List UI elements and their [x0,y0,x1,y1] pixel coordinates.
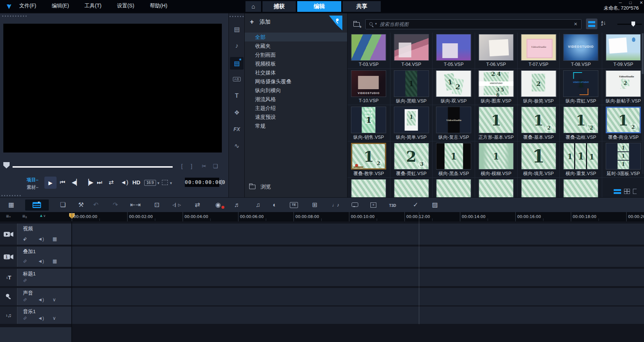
track-chevron-icon[interactable]: ∨ [52,297,56,302]
hd-toggle[interactable]: HD [132,179,140,186]
auto-music-icon[interactable]: ♫ [253,201,263,209]
library-item[interactable]: 12覆叠-基本.VSP [517,105,560,141]
category-item-10[interactable]: 常规 [245,121,348,130]
search-scope-caret-icon[interactable]: ▼ [374,22,377,26]
split-scissors-icon[interactable]: ✂ [202,163,207,170]
item-thumbnail[interactable]: 1 [394,107,429,133]
tab-edit[interactable]: 编辑 [297,1,341,12]
record-capture-option-icon[interactable]: ◉ [213,201,223,209]
item-thumbnail[interactable]: 2 [521,70,556,97]
clipped-view-icon[interactable] [633,189,637,194]
region-behavior-icon[interactable]: ⊡ [152,201,162,209]
category-item-1[interactable]: 收藏夹 [245,41,348,50]
item-thumbnail[interactable]: 1 [478,143,513,170]
library-item[interactable]: 2 43 5 6VIDEOSTUDIO纵向-图库.VSP [475,69,517,105]
track-header-2[interactable]: 1T标题1∞ [0,269,71,286]
library-item[interactable]: 23覆叠-霓虹.VSP [390,141,433,177]
track-header-3[interactable]: 声音∞◄)∨ [0,288,71,305]
category-item-5[interactable]: 网络摄像头覆叠 [245,77,348,86]
item-thumbnail[interactable] [394,34,429,61]
item-thumbnail[interactable]: 111 [563,143,599,170]
library-item[interactable]: 1横向-填充.VSP [517,141,560,177]
transition-library-icon[interactable]: AB [229,74,245,85]
library-item[interactable]: 1纵向-黑暗.VSP [390,69,433,105]
motion-tracking-icon[interactable]: + [368,201,379,209]
library-item[interactable]: 1VIDEO STUDIO纵向-霓虹.VSP [559,69,602,105]
chroma-mosaic-icon[interactable]: ▨ [430,201,440,209]
library-item[interactable] [559,178,602,197]
media-library-icon[interactable]: ▤ [229,24,245,35]
library-item[interactable]: 12VideoStudio纵向-新帖子.VSP [602,69,644,105]
template-library-icon[interactable]: ▤★ [230,57,244,70]
track-header-1[interactable]: 1叠加1∞◄)▦ [0,247,71,267]
audio-library-icon[interactable]: ♪ [229,40,245,51]
library-item[interactable]: T-04.VSP [390,33,433,68]
minimize-button[interactable]: ─ [619,1,622,5]
item-thumbnail[interactable]: VideoStudio [521,34,556,61]
library-item[interactable]: 1横向-模糊.VSP [475,141,517,177]
timeline-view-button[interactable] [25,200,49,211]
category-item-3[interactable]: 视频模板 [245,59,348,68]
category-item-6[interactable]: 纵向到横向 [245,86,348,95]
score-editor-icon[interactable]: ♩♪ [331,201,341,209]
item-thumbnail[interactable] [606,34,641,61]
thumbnail-size-slider[interactable] [617,24,642,25]
timecode-stepper[interactable]: ▲▼ [220,178,223,186]
play-button[interactable]: ▶ [44,177,57,189]
tab-home[interactable]: ⌂ [245,1,261,12]
split-screen-template-icon[interactable]: ⊞ [309,201,320,209]
speech-to-text-icon[interactable] [350,201,360,209]
item-thumbnail[interactable]: 12 [606,107,641,133]
library-item[interactable]: T-05.VSP [432,33,475,68]
split-clip-icon[interactable]: ◁▏▷ [172,201,182,209]
tab-share[interactable]: 共享 [343,1,381,12]
loop-button[interactable]: ⇄ [109,179,113,186]
aspect-ratio-select[interactable]: 16:9 [144,180,156,186]
menu-item-4[interactable]: 帮助(H) [148,2,169,10]
pin-panel-flag[interactable] [329,16,342,30]
track-type-music-icon[interactable]: 1♫ [0,306,17,324]
item-thumbnail[interactable]: 1 [478,107,513,133]
scrubber-track[interactable] [13,166,173,168]
mode-project[interactable]: 项目– [27,177,44,183]
item-thumbnail[interactable]: 1 [394,70,429,97]
item-thumbnail[interactable]: 2 43 5 6VIDEOSTUDIO [478,70,513,97]
item-thumbnail[interactable] [478,179,513,197]
gallery-view-button[interactable] [586,19,597,29]
prev-frame-button[interactable]: ◀▏ [72,179,81,186]
browse-button[interactable]: 浏览 [245,184,348,195]
new-folder-icon[interactable]: + [353,21,360,27]
menu-item-3[interactable]: 设置(S) [115,2,136,10]
item-thumbnail[interactable]: 1SALE SALE SALE SALE SALE [351,107,386,133]
library-item[interactable] [602,178,644,197]
track-chevron-icon[interactable]: ∨ [52,315,56,321]
menu-item-2[interactable]: 工具(T) [82,2,104,10]
list-view-icon[interactable] [614,189,621,194]
maximize-button[interactable]: □ [629,1,632,5]
item-thumbnail[interactable]: 1 [521,143,556,170]
mark-in-icon[interactable]: [ [181,163,183,169]
library-item[interactable]: T-03.VSP [348,33,390,68]
library-item[interactable]: 1正方形-基本.VSP [475,105,517,141]
selection-tool[interactable] [162,180,168,185]
check-approve-icon[interactable]: ✓ [410,201,421,209]
library-item[interactable]: VideoStudioT-07.VSP [517,33,560,68]
library-item[interactable]: 1SALE SALE SALE SALE SALE纵向-销售.VSP [348,105,390,141]
redo-icon[interactable]: ↷ [110,201,121,209]
sort-button[interactable]: AZ↓ [601,19,606,26]
library-item[interactable] [432,178,475,197]
library-item[interactable]: 1横向-黑条.VSP [432,141,475,177]
item-thumbnail[interactable] [436,179,471,197]
timeline-ruler[interactable]: ≡+ ≡± ▲∨ 00:00:00:0000:00:02:0000:00:04:… [0,212,644,221]
go-start-button[interactable]: ⏮ [60,179,65,186]
item-thumbnail[interactable] [436,34,471,61]
library-item[interactable]: T-09.VSP [602,33,644,68]
item-thumbnail[interactable]: 12 [351,143,386,170]
menu-item-1[interactable]: 编辑(E) [50,2,71,10]
library-item[interactable]: 1纵向-简单.VSP [390,105,433,141]
library-item[interactable]: VideoStudio纵向-复古.VSP [432,105,475,141]
toolbar-drag-handle[interactable] [1,195,21,197]
track-manager-icon[interactable]: ≡+ [6,213,11,219]
batch-tools-icon[interactable]: ⚒ [76,201,86,209]
track-type-camera1-icon[interactable]: 1 [0,247,17,267]
